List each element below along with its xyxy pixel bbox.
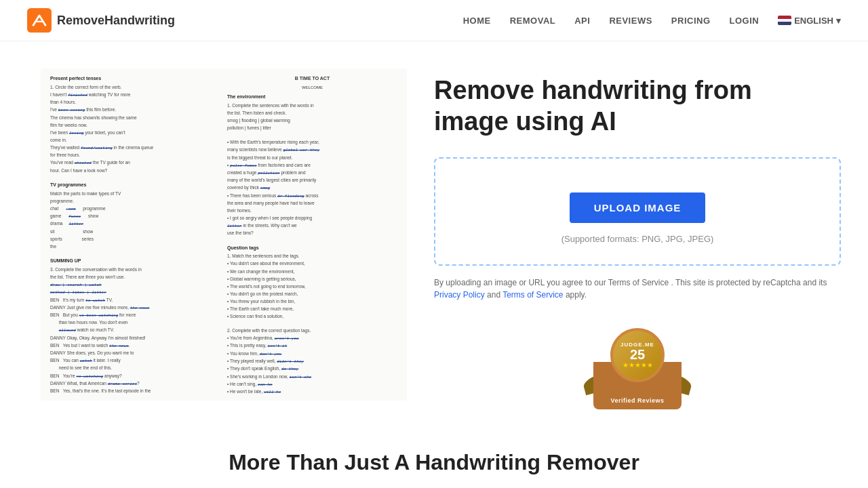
hero-title: Remove handwriting from image using AI	[434, 75, 841, 137]
nav-removal[interactable]: REMOVAL	[510, 16, 556, 26]
preview-image: Present perfect tenses 1. Circle the cor…	[41, 68, 407, 401]
badge-verified-text: Verified Reviews	[610, 397, 664, 404]
flag-icon	[778, 16, 791, 25]
upload-dropzone[interactable]: UPLOAD IMAGE (Supported formats: PNG, JP…	[434, 157, 841, 266]
upload-button[interactable]: UPLOAD IMAGE	[570, 192, 706, 223]
badge-number: 25	[630, 348, 645, 361]
supported-formats-text: (Supported formats: PNG, JPG, JPEG)	[561, 234, 714, 244]
nav-api[interactable]: API	[574, 16, 590, 26]
logo-link[interactable]: RemoveHandwriting	[27, 8, 175, 33]
main-section: Present perfect tenses 1. Circle the cor…	[0, 41, 868, 436]
badge-stars: ★★★★★	[623, 361, 653, 369]
privacy-policy-link[interactable]: Privacy Policy	[434, 290, 485, 300]
nav-pricing[interactable]: PRICING	[671, 16, 711, 26]
terms-of-service-link[interactable]: Terms of Service	[502, 290, 563, 300]
judge-me-badge: JUDGE.ME 25 ★★★★★ Verified Reviews	[434, 321, 841, 409]
bottom-title: More Than Just A Handwriting Remover	[27, 450, 841, 475]
bottom-section: More Than Just A Handwriting Remover	[0, 436, 868, 488]
svg-rect-0	[27, 8, 52, 33]
lang-label: ENGLISH	[794, 16, 833, 26]
worksheet-content: Present perfect tenses 1. Circle the cor…	[41, 68, 407, 401]
logo-icon	[27, 8, 52, 33]
language-selector[interactable]: ENGLISH ▾	[778, 16, 841, 26]
badge-container: JUDGE.ME 25 ★★★★★ Verified Reviews	[590, 321, 685, 409]
nav-home[interactable]: HOME	[463, 16, 491, 26]
logo-text: RemoveHandwriting	[57, 14, 175, 28]
badge-circle: JUDGE.ME 25 ★★★★★	[610, 328, 665, 382]
right-panel: Remove handwriting from image using AI U…	[434, 68, 841, 409]
preview-image-container: Present perfect tenses 1. Circle the cor…	[41, 68, 407, 401]
navbar: RemoveHandwriting HOME REMOVAL API REVIE…	[0, 0, 868, 41]
nav-reviews[interactable]: REVIEWS	[609, 16, 652, 26]
nav-login[interactable]: LOGIN	[730, 16, 760, 26]
terms-text: By uploading an image or URL you agree t…	[434, 277, 841, 301]
nav-links: HOME REMOVAL API REVIEWS PRICING LOGIN E…	[463, 14, 841, 26]
lang-arrow-icon: ▾	[836, 16, 841, 26]
